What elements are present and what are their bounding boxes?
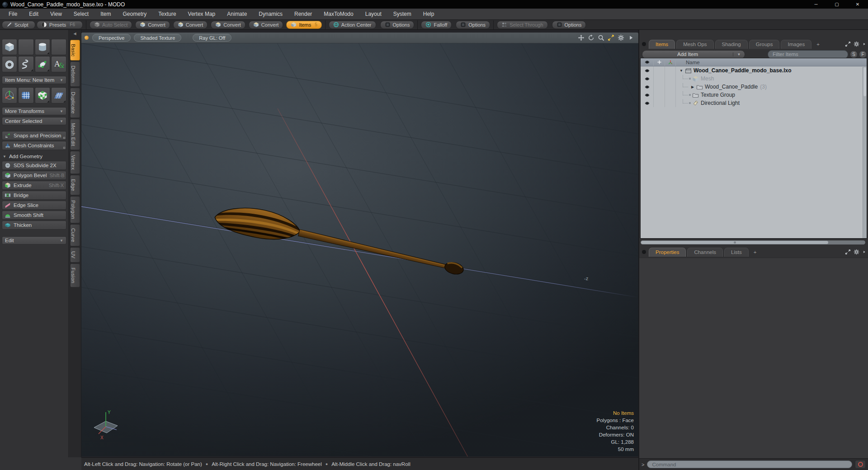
menu-layout[interactable]: Layout [359, 9, 387, 19]
eye-icon[interactable] [644, 76, 650, 82]
macro-record-button[interactable] [855, 460, 866, 469]
more-transforms-dropdown[interactable]: More Transforms ▼ [2, 107, 66, 115]
filter-items-input[interactable] [768, 50, 848, 59]
maximize-button[interactable]: ▢ [826, 0, 847, 9]
menu-edit[interactable]: Edit [23, 9, 44, 19]
visibility-column-icon[interactable] [644, 59, 650, 65]
extrude-button[interactable]: Extrude Shift-X [2, 181, 66, 190]
tree-vertical-scrollbar[interactable] [863, 67, 867, 238]
convert-polygons-button[interactable]: Convert [211, 21, 245, 29]
convert-materials-button[interactable]: Convert [249, 21, 283, 29]
paddle-model[interactable] [212, 199, 467, 285]
command-history-toggle[interactable]: > [642, 462, 644, 467]
tab-groups[interactable]: Groups [749, 40, 780, 49]
sculpt-button[interactable]: Sculpt [2, 21, 35, 29]
eye-icon[interactable] [644, 84, 650, 90]
tab-uv[interactable]: UV [70, 247, 80, 263]
tab-mesh-ops[interactable]: Mesh Ops [676, 40, 713, 49]
menu-select[interactable]: Select [68, 9, 94, 19]
menu-maxtomodo[interactable]: MaxToModo [318, 9, 359, 19]
expand-panel-icon[interactable] [845, 41, 851, 47]
presets-button[interactable]: Presets F6 [37, 21, 83, 29]
tab-add-button[interactable]: + [813, 40, 823, 49]
panel-menu-icon[interactable] [642, 250, 646, 254]
tab-curve[interactable]: Curve [70, 224, 80, 246]
sub-options-handle[interactable] [63, 147, 65, 149]
tab-basic[interactable]: Basic [70, 40, 80, 61]
flyout-arrow-icon[interactable] [862, 249, 866, 255]
expander-open-icon[interactable]: ▼ [679, 69, 684, 73]
sort-button[interactable]: S [850, 51, 858, 58]
tab-polygon[interactable]: Polygon [70, 196, 80, 223]
menu-file[interactable]: File [3, 9, 23, 19]
tab-deform[interactable]: Deform [70, 61, 80, 87]
tab-mesh-edit[interactable]: Mesh Edit [70, 119, 80, 150]
chevron-down-icon[interactable]: ▼ [733, 52, 745, 56]
tab-edge[interactable]: Edge [70, 175, 80, 195]
rotate-icon[interactable] [588, 34, 594, 41]
eye-icon[interactable] [644, 68, 650, 74]
panel-menu-icon[interactable] [642, 42, 646, 46]
sphere-primitive-button[interactable] [18, 39, 33, 55]
tree-row-directional-light[interactable]: Directional Light [641, 99, 867, 107]
ground-plane-button[interactable] [51, 87, 66, 103]
items-mode-button[interactable]: Items 5 [286, 21, 321, 29]
menu-render[interactable]: Render [288, 9, 318, 19]
menu-view[interactable]: View [44, 9, 68, 19]
tab-items[interactable]: Items [649, 40, 675, 49]
close-button[interactable]: ✕ [847, 0, 868, 9]
tree-row-texture-group[interactable]: Texture Group [641, 91, 867, 99]
filter-button[interactable]: F [859, 51, 867, 58]
flyout-arrow-icon[interactable] [862, 41, 866, 47]
text-tool-button[interactable] [51, 56, 66, 72]
falloff-options-button[interactable]: Options [456, 21, 490, 29]
lattice-item-button[interactable] [18, 87, 33, 103]
checker-material-button[interactable] [35, 87, 50, 103]
tab-properties[interactable]: Properties [649, 248, 686, 257]
tree-row-scene[interactable]: ▼ Wood_Canoe_Paddle_modo_base.lxo [641, 66, 867, 75]
camera-view-button[interactable]: Perspective [92, 34, 131, 42]
viewport-canvas[interactable]: -z [81, 43, 638, 456]
tab-duplicate[interactable]: Duplicate [70, 88, 80, 118]
bezier-patch-button[interactable] [35, 56, 50, 72]
gear-icon[interactable] [854, 41, 859, 47]
tab-images[interactable]: Images [781, 40, 811, 49]
item-menu-dropdown[interactable]: Item Menu: New Item ▼ [2, 76, 66, 84]
auto-select-button[interactable]: Auto Select [90, 21, 132, 29]
action-center-options-button[interactable]: Options [380, 21, 415, 29]
gear-icon[interactable] [618, 34, 624, 41]
tab-shading[interactable]: Shading [715, 40, 748, 49]
tree-row-wood-canoe-paddle[interactable]: ▶ Wood_Canoe_Paddle (3) [641, 83, 867, 91]
thicken-button[interactable]: Thicken [2, 221, 66, 230]
locator-item-button[interactable] [2, 87, 17, 103]
convert-vertices-button[interactable]: Convert [135, 21, 170, 29]
panel-collapse-icon[interactable]: ◀ [73, 32, 76, 36]
edge-slice-button[interactable]: Edge Slice [2, 201, 66, 210]
helix-tool-button[interactable] [18, 56, 33, 72]
tree-row-mesh[interactable]: Mesh [641, 75, 867, 83]
falloff-button[interactable]: Falloff [421, 21, 452, 29]
name-column-header[interactable]: Name [676, 58, 867, 66]
menu-dynamics[interactable]: Dynamics [253, 9, 288, 19]
minimize-button[interactable]: ─ [806, 0, 826, 9]
maximize-viewport-icon[interactable] [608, 34, 614, 41]
menu-texture[interactable]: Texture [152, 9, 182, 19]
menu-item[interactable]: Item [94, 9, 117, 19]
tab-lists[interactable]: Lists [724, 248, 749, 257]
render-column-icon[interactable] [668, 60, 673, 65]
snaps-and-precision-button[interactable]: Snaps and Precision [2, 131, 66, 140]
edit-dropdown[interactable]: Edit ▼ [2, 236, 66, 244]
convert-edges-button[interactable]: Convert [173, 21, 208, 29]
select-through-options-button[interactable]: Options [552, 21, 586, 29]
scrollbar-thumb[interactable] [863, 67, 866, 96]
expander-closed-icon[interactable]: ▶ [690, 85, 695, 89]
pan-icon[interactable] [578, 34, 585, 41]
bridge-button[interactable]: Bridge [2, 191, 66, 200]
polygon-bevel-button[interactable]: Polygon Bevel Shift-B [2, 171, 66, 180]
sub-options-handle[interactable] [63, 137, 65, 139]
action-center-button[interactable]: Action Center [329, 21, 376, 29]
tab-channels[interactable]: Channels [687, 248, 723, 257]
cone-primitive-button[interactable] [51, 39, 66, 55]
tab-fusion[interactable]: Fusion [70, 263, 80, 287]
tree-horizontal-scrollbar[interactable] [641, 240, 865, 244]
